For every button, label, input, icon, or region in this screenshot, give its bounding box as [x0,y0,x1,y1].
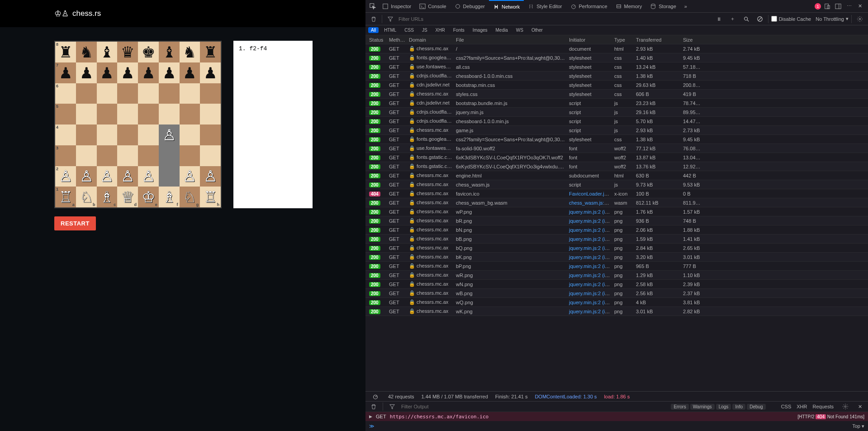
square-g7[interactable]: ♟ [180,62,200,83]
square-a2[interactable]: ♙2 [55,166,76,187]
table-row[interactable]: 200GET🔒use.fontawesom...fa-solid-900.wof… [365,144,868,153]
square-c2[interactable]: ♙ [97,166,118,187]
filter-urls-input[interactable] [398,16,480,22]
table-row[interactable]: 200GET🔒chessrs.mc.axbR.pngjquery.min.js:… [365,216,868,225]
table-row[interactable]: 200GET🔒chessrs.mc.axbN.pngjquery.min.js:… [365,225,868,235]
tab-inspector[interactable]: Inspector [378,0,415,13]
square-g4[interactable] [180,125,200,145]
chess-board[interactable]: ♜8♞♝♛♚♝♞♜♟7♟♟♟♟♟♟♟654♙3♙2♙♙♙♙♙♙♖1a♘b♗c♕d… [54,41,222,208]
table-row[interactable]: 200GET🔒chessrs.mc.axwQ.pngjquery.min.js:… [365,298,868,307]
col-method[interactable]: Method [387,37,407,43]
filter-xhr[interactable]: XHR [433,27,448,33]
table-row[interactable]: 200GET🔒chessrs.mc.axchess_wasm_bg.wasmch… [365,198,868,207]
filter-all[interactable]: All [368,27,379,33]
filter-other[interactable]: Other [529,27,545,33]
filter-images[interactable]: Images [470,27,490,33]
table-row[interactable]: 200GET🔒chessrs.mc.axbK.pngjquery.min.js:… [365,253,868,262]
square-f1[interactable]: ♗f [159,187,180,207]
square-d2[interactable]: ♙ [117,166,138,187]
table-row[interactable]: 200GET🔒chessrs.mc.axengine.htmlsubdocume… [365,171,868,180]
square-f4[interactable]: ♙ [159,125,180,145]
square-h2[interactable]: ♙ [200,166,221,187]
square-h4[interactable] [200,125,221,145]
add-icon[interactable]: ＋ [727,14,738,24]
expand-triangle-icon[interactable]: ▶ [369,414,372,419]
square-c5[interactable] [97,104,118,125]
col-file[interactable]: File [454,37,567,43]
search-icon[interactable] [741,14,752,24]
disable-cache-checkbox[interactable] [771,16,777,22]
pause-icon[interactable]: ⏸ [714,14,725,24]
col-initiator[interactable]: Initiator [567,37,612,43]
square-g5[interactable] [180,104,200,125]
square-b7[interactable]: ♟ [76,62,97,83]
table-row[interactable]: 200GET🔒chessrs.mc.ax/documenthtml2.93 kB… [365,44,868,53]
square-c3[interactable] [97,145,118,166]
responsive-mode-icon[interactable] [822,1,833,12]
settings-gear-icon[interactable] [854,14,865,24]
square-f8[interactable]: ♝ [159,42,180,62]
console-filter-debug[interactable]: Debug [747,404,765,410]
table-row[interactable]: 200GET🔒chessrs.mc.axstyles.cssstylesheet… [365,90,868,99]
perf-icon[interactable] [370,391,381,402]
table-row[interactable]: 200GET🔒cdn.jsdelivr.netbootstrap.bundle.… [365,99,868,108]
square-e5[interactable] [138,104,159,125]
throttling-select[interactable]: No Throttling ▾ [816,16,849,22]
disable-cache-toggle[interactable]: Disable Cache [771,16,811,22]
filter-icon[interactable] [387,401,398,412]
table-row[interactable]: 200GET🔒use.fontawesom...all.cssstyleshee… [365,62,868,72]
square-b8[interactable]: ♞ [76,42,97,62]
console-close-icon[interactable]: ✕ [854,401,865,412]
dock-side-icon[interactable] [833,1,844,12]
square-b2[interactable]: ♙ [76,166,97,187]
filter-fonts[interactable]: Fonts [451,27,467,33]
console-toggle-xhr[interactable]: XHR [797,404,807,409]
square-d7[interactable]: ♟ [117,62,138,83]
square-c4[interactable] [97,125,118,145]
square-g1[interactable]: ♘g [180,187,200,207]
square-b4[interactable] [76,125,97,145]
filter-html[interactable]: HTML [381,27,399,33]
filter-media[interactable]: Media [493,27,511,33]
col-status[interactable]: Status [367,37,387,43]
console-filter-logs[interactable]: Logs [716,404,731,410]
square-h8[interactable]: ♜ [200,42,221,62]
devtools-menu-icon[interactable]: ⋯ [844,1,854,12]
col-size[interactable]: Size [681,37,703,43]
console-filter-errors[interactable]: Errors [671,404,688,410]
table-row[interactable]: 200GET🔒cdnjs.cloudflare.c...chessboard-1… [365,72,868,81]
square-f6[interactable] [159,83,180,104]
table-row[interactable]: 200GET🔒chessrs.mc.axwP.pngjquery.min.js:… [365,207,868,216]
square-h6[interactable] [200,83,221,104]
filter-css[interactable]: CSS [402,27,417,33]
square-e6[interactable] [138,83,159,104]
square-d8[interactable]: ♛ [117,42,138,62]
square-b1[interactable]: ♘b [76,187,97,207]
square-h7[interactable]: ♟ [200,62,221,83]
square-a6[interactable]: 6 [55,83,76,104]
square-a8[interactable]: ♜8 [55,42,76,62]
tab-memory[interactable]: Memory [612,0,646,13]
tab-console[interactable]: Console [415,0,450,13]
element-picker-icon[interactable] [367,1,378,12]
square-a3[interactable]: 3 [55,145,76,166]
table-row[interactable]: 200GET🔒chessrs.mc.axbB.pngjquery.min.js:… [365,235,868,244]
filter-js[interactable]: JS [419,27,430,33]
table-row[interactable]: 404GET🔒chessrs.mc.axfavicon.icoFaviconLo… [365,189,868,198]
square-e1[interactable]: ♔e [138,187,159,207]
col-type[interactable]: Type [612,37,634,43]
filter-output-input[interactable] [401,404,483,409]
square-c7[interactable]: ♟ [97,62,118,83]
table-row[interactable]: 200GET🔒chessrs.mc.axwK.pngjquery.min.js:… [365,307,868,316]
restart-button[interactable]: RESTART [54,216,96,230]
square-d4[interactable] [117,125,138,145]
table-row[interactable]: 200GET🔒chessrs.mc.axbQ.pngjquery.min.js:… [365,244,868,253]
square-e7[interactable]: ♟ [138,62,159,83]
table-row[interactable]: 200GET🔒cdn.jsdelivr.netbootstrap.min.css… [365,81,868,90]
more-tabs-icon[interactable]: » [680,1,691,12]
clear-console-icon[interactable] [368,401,379,412]
table-row[interactable]: 200GET🔒chessrs.mc.axgame.jsscriptjs2.93 … [365,126,868,135]
table-row[interactable]: 200GET🔒fonts.googleapis....css2?family=S… [365,53,868,62]
square-a1[interactable]: ♖1a [55,187,76,207]
square-c6[interactable] [97,83,118,104]
